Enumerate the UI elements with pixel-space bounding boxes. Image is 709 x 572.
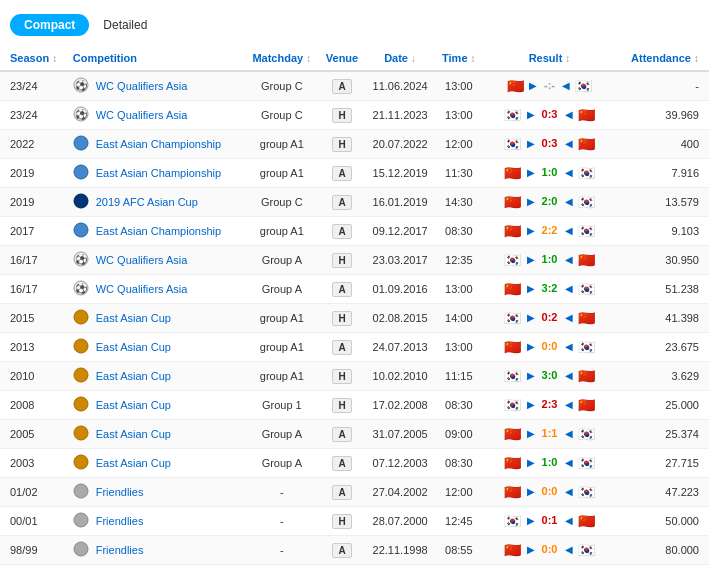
comp-logo bbox=[73, 483, 91, 501]
sort-icon: ↕ bbox=[52, 53, 57, 64]
expand-icon-right[interactable]: ◀ bbox=[565, 428, 573, 439]
comp-name-link[interactable]: East Asian Cup bbox=[96, 341, 171, 353]
expand-icon-right[interactable]: ◀ bbox=[565, 225, 573, 236]
expand-icon-right[interactable]: ◀ bbox=[565, 370, 573, 381]
comp-name-link[interactable]: WC Qualifiers Asia bbox=[96, 283, 188, 295]
col-time[interactable]: Time ↕ bbox=[436, 46, 483, 71]
cell-date: 21.11.2023 bbox=[365, 101, 436, 130]
expand-icon-right[interactable]: ◀ bbox=[565, 457, 573, 468]
comp-name-link[interactable]: Friendlies bbox=[96, 515, 144, 527]
result-score: 0:0 bbox=[542, 485, 558, 497]
expand-icon-right[interactable]: ◀ bbox=[565, 138, 573, 149]
comp-name-link[interactable]: WC Qualifiers Asia bbox=[96, 109, 188, 121]
cell-season: 23/24 bbox=[0, 101, 69, 130]
comp-name-link[interactable]: Friendlies bbox=[96, 544, 144, 556]
expand-icon[interactable]: ▶ bbox=[527, 341, 535, 352]
cell-time: 13:00 bbox=[436, 101, 483, 130]
cell-matchday: group A1 bbox=[244, 304, 319, 333]
table-row: 2013 East Asian Cup group A1 A 24.07.201… bbox=[0, 333, 709, 362]
expand-icon[interactable]: ▶ bbox=[527, 138, 535, 149]
expand-icon[interactable]: ▶ bbox=[527, 428, 535, 439]
expand-icon[interactable]: ▶ bbox=[527, 109, 535, 120]
away-flag: 🇨🇳 bbox=[578, 136, 595, 152]
expand-icon[interactable]: ▶ bbox=[527, 312, 535, 323]
cell-competition: East Asian Cup bbox=[69, 304, 245, 333]
col-result[interactable]: Result ↕ bbox=[482, 46, 617, 71]
cell-attendance: 25.000 bbox=[617, 391, 709, 420]
expand-icon-right[interactable]: ◀ bbox=[562, 80, 570, 91]
expand-icon[interactable]: ▶ bbox=[527, 196, 535, 207]
cell-date: 24.07.2013 bbox=[365, 333, 436, 362]
expand-icon[interactable]: ▶ bbox=[527, 225, 535, 236]
expand-icon-right[interactable]: ◀ bbox=[565, 196, 573, 207]
expand-icon[interactable]: ▶ bbox=[529, 80, 537, 91]
expand-icon-right[interactable]: ◀ bbox=[565, 254, 573, 265]
comp-name-link[interactable]: East Asian Cup bbox=[96, 399, 171, 411]
col-matchday[interactable]: Matchday ↕ bbox=[244, 46, 319, 71]
expand-icon[interactable]: ▶ bbox=[527, 254, 535, 265]
venue-badge: A bbox=[332, 456, 351, 471]
expand-icon-right[interactable]: ◀ bbox=[565, 109, 573, 120]
away-flag: 🇰🇷 bbox=[578, 165, 595, 181]
expand-icon[interactable]: ▶ bbox=[527, 515, 535, 526]
col-attendance[interactable]: Attendance ↕ bbox=[617, 46, 709, 71]
comp-logo bbox=[73, 454, 91, 472]
matches-table: Season ↕ Competition Matchday ↕ Venue Da… bbox=[0, 46, 709, 565]
col-season[interactable]: Season ↕ bbox=[0, 46, 69, 71]
result-score: 0:0 bbox=[542, 340, 558, 352]
cell-venue: A bbox=[319, 71, 364, 101]
cell-competition: ⚽ WC Qualifiers Asia bbox=[69, 275, 245, 304]
tab-compact[interactable]: Compact bbox=[10, 14, 89, 36]
comp-name-link[interactable]: East Asian Championship bbox=[96, 138, 221, 150]
expand-icon-right[interactable]: ◀ bbox=[565, 399, 573, 410]
table-row: 23/24 ⚽ WC Qualifiers Asia Group C H 21.… bbox=[0, 101, 709, 130]
expand-icon[interactable]: ▶ bbox=[527, 486, 535, 497]
expand-icon[interactable]: ▶ bbox=[527, 544, 535, 555]
cell-venue: H bbox=[319, 246, 364, 275]
cell-venue: H bbox=[319, 391, 364, 420]
expand-icon[interactable]: ▶ bbox=[527, 457, 535, 468]
comp-name-link[interactable]: WC Qualifiers Asia bbox=[96, 80, 188, 92]
expand-icon-right[interactable]: ◀ bbox=[565, 544, 573, 555]
comp-name-link[interactable]: East Asian Cup bbox=[96, 312, 171, 324]
venue-badge: A bbox=[332, 195, 351, 210]
comp-name-link[interactable]: East Asian Cup bbox=[96, 428, 171, 440]
cell-attendance: 27.715 bbox=[617, 449, 709, 478]
comp-name-link[interactable]: East Asian Cup bbox=[96, 457, 171, 469]
cell-attendance: 39.969 bbox=[617, 101, 709, 130]
expand-icon-right[interactable]: ◀ bbox=[565, 486, 573, 497]
table-row: 98/99 Friendlies - A 22.11.1998 08:55 🇨🇳… bbox=[0, 536, 709, 565]
expand-icon[interactable]: ▶ bbox=[527, 370, 535, 381]
expand-icon-right[interactable]: ◀ bbox=[565, 515, 573, 526]
comp-name-link[interactable]: East Asian Championship bbox=[96, 167, 221, 179]
venue-badge: A bbox=[332, 224, 351, 239]
cell-competition: 2019 AFC Asian Cup bbox=[69, 188, 245, 217]
venue-badge: A bbox=[332, 340, 351, 355]
cell-competition: ⚽ WC Qualifiers Asia bbox=[69, 71, 245, 101]
expand-icon[interactable]: ▶ bbox=[527, 399, 535, 410]
cell-venue: A bbox=[319, 478, 364, 507]
comp-name-link[interactable]: East Asian Championship bbox=[96, 225, 221, 237]
cell-matchday: Group C bbox=[244, 188, 319, 217]
table-row: 2008 East Asian Cup Group 1 H 17.02.2008… bbox=[0, 391, 709, 420]
away-flag: 🇰🇷 bbox=[578, 223, 595, 239]
expand-icon-right[interactable]: ◀ bbox=[565, 167, 573, 178]
cell-time: 13:00 bbox=[436, 333, 483, 362]
expand-icon-right[interactable]: ◀ bbox=[565, 283, 573, 294]
expand-icon-right[interactable]: ◀ bbox=[565, 341, 573, 352]
comp-name-link[interactable]: WC Qualifiers Asia bbox=[96, 254, 188, 266]
cell-result: 🇰🇷 ▶ 2:3 ◀ 🇨🇳 bbox=[482, 391, 617, 420]
cell-date: 16.01.2019 bbox=[365, 188, 436, 217]
comp-name-link[interactable]: Friendlies bbox=[96, 486, 144, 498]
tab-detailed[interactable]: Detailed bbox=[93, 14, 157, 36]
comp-name-link[interactable]: 2019 AFC Asian Cup bbox=[96, 196, 198, 208]
cell-season: 2003 bbox=[0, 449, 69, 478]
cell-venue: A bbox=[319, 333, 364, 362]
cell-time: 12:00 bbox=[436, 130, 483, 159]
comp-name-link[interactable]: East Asian Cup bbox=[96, 370, 171, 382]
cell-matchday: Group 1 bbox=[244, 391, 319, 420]
expand-icon-right[interactable]: ◀ bbox=[565, 312, 573, 323]
col-date[interactable]: Date ↓ bbox=[365, 46, 436, 71]
expand-icon[interactable]: ▶ bbox=[527, 167, 535, 178]
expand-icon[interactable]: ▶ bbox=[527, 283, 535, 294]
